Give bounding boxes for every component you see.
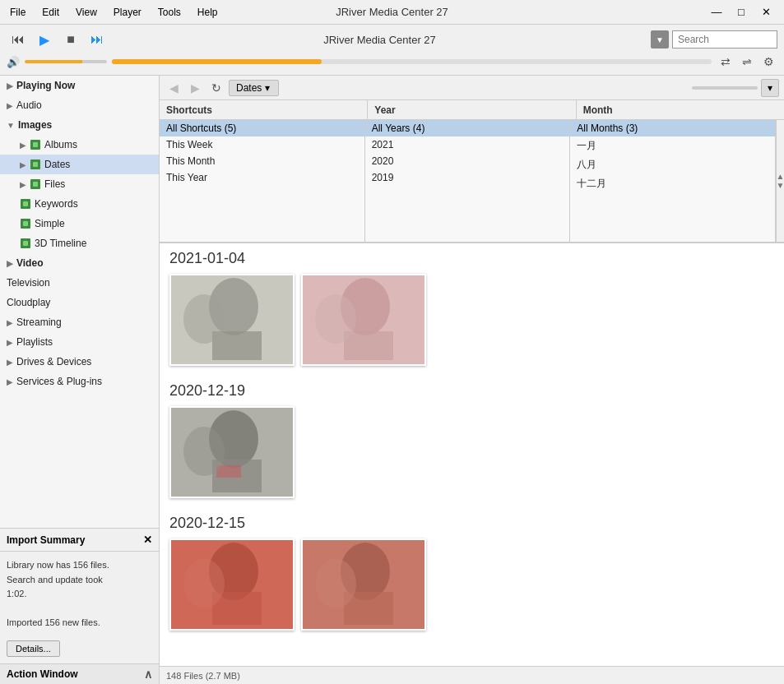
view-size-slider[interactable] (692, 86, 758, 90)
volume-slider[interactable] (25, 60, 107, 63)
thumbnail-row-1 (169, 274, 774, 366)
sidebar-item-albums[interactable]: ▶ Albums (0, 135, 159, 155)
sidebar-item-drives-devices[interactable]: ▶ Drives & Devices (0, 352, 159, 372)
svg-rect-2 (212, 331, 262, 360)
thumbnail-3-2[interactable] (301, 538, 426, 631)
thumbnail-1-2[interactable] (301, 274, 426, 366)
action-window-title: Action Window (7, 668, 78, 680)
sidebar-item-playlists[interactable]: ▶ Playlists (0, 332, 159, 352)
thumbnail-1-1[interactable] (169, 274, 295, 366)
sidebar-label-playlists: Playlists (16, 336, 53, 348)
progress-bar[interactable] (112, 59, 712, 64)
menu-help[interactable]: Help (194, 5, 221, 20)
collapse-button[interactable]: ∧ (144, 668, 152, 681)
breadcrumb-bar: ◀ ▶ ↻ Dates ▾ ▾ (160, 76, 784, 100)
play-button[interactable]: ▶ (33, 28, 56, 51)
sidebar-item-streaming[interactable]: ▶ Streaming (0, 312, 159, 332)
action-window-header: Action Window ∧ (0, 663, 159, 684)
details-button[interactable]: Details... (7, 640, 60, 657)
date-label-1: 2021-01-04 (169, 250, 774, 267)
month-dec[interactable]: 十二月 (570, 174, 775, 193)
sidebar-item-images[interactable]: ▼ Images (0, 115, 159, 135)
settings-icon[interactable]: ⚙ (759, 53, 777, 71)
sidebar-item-3d-timeline[interactable]: 3D Timeline (0, 233, 159, 253)
dates-dropdown-button[interactable]: Dates ▾ (229, 80, 279, 96)
year-2020[interactable]: 2020 (365, 153, 570, 169)
sidebar-item-dates[interactable]: ▶ Dates (0, 155, 159, 174)
arrow-video: ▶ (7, 259, 13, 268)
import-summary-close[interactable]: ✕ (143, 534, 152, 546)
sidebar-item-files[interactable]: ▶ Files (0, 174, 159, 194)
gallery-scroll[interactable]: 2021-01-04 (160, 243, 784, 666)
arrow-images: ▼ (7, 121, 15, 130)
thumb-svg-1-2 (303, 274, 424, 366)
shortcut-this-year[interactable]: This Year (160, 169, 364, 186)
sidebar-item-services-plugins[interactable]: ▶ Services & Plug-ins (0, 372, 159, 391)
forward-button[interactable]: ▶ (186, 79, 204, 97)
month-jan[interactable]: 一月 (570, 136, 775, 155)
sidebar-label-streaming: Streaming (16, 317, 62, 328)
import-line3: 1:02. (7, 587, 152, 602)
shortcut-all[interactable]: All Shortcuts (5) (160, 120, 364, 136)
year-2021[interactable]: 2021 (365, 136, 570, 153)
sidebar-label-video: Video (16, 257, 43, 269)
thumb-svg-1-1 (171, 274, 293, 366)
maximize-button[interactable]: □ (730, 4, 753, 21)
menu-edit[interactable]: Edit (39, 5, 63, 20)
next-button[interactable]: ⏭ (86, 28, 109, 51)
menu-player[interactable]: Player (110, 5, 145, 20)
shortcut-this-month[interactable]: This Month (160, 153, 364, 169)
app-title-transport: JRiver Media Center 27 (323, 34, 436, 46)
sidebar-label-services-plugins: Services & Plug-ins (16, 376, 102, 387)
close-button[interactable]: ✕ (754, 4, 777, 21)
search-input[interactable] (672, 30, 777, 49)
timeline-icon (20, 238, 31, 249)
repeat-icon[interactable]: ⇄ (717, 53, 735, 71)
month-all[interactable]: All Months (3) (570, 120, 775, 136)
year-header-label: Year (374, 104, 395, 116)
shuffle-icon[interactable]: ⇌ (738, 53, 756, 71)
thumb-svg-2-1 (171, 406, 293, 498)
thumbnail-2-1[interactable] (169, 406, 295, 498)
minimize-button[interactable]: — (705, 4, 728, 21)
thumbnail-row-3 (169, 538, 774, 631)
volume-icon: 🔊 (7, 56, 20, 68)
sidebar-item-television[interactable]: Television (0, 273, 159, 293)
month-list: All Months (3) 一月 八月 十二月 (570, 120, 776, 242)
prev-button[interactable]: ⏮ (7, 28, 30, 51)
search-type-dropdown[interactable]: ▼ (651, 30, 669, 49)
year-2019[interactable]: 2019 (365, 169, 570, 186)
month-aug[interactable]: 八月 (570, 155, 775, 174)
year-all[interactable]: All Years (4) (365, 120, 570, 136)
thumbnail-3-1[interactable] (169, 538, 295, 631)
transport-bar: ⏮ ▶ ■ ⏭ JRiver Media Center 27 ▼ 🔊 ⇄ ⇌ ⚙ (0, 25, 784, 76)
menu-file[interactable]: File (7, 5, 29, 20)
stop-button[interactable]: ■ (59, 28, 82, 51)
back-button[interactable]: ◀ (165, 79, 183, 97)
keywords-icon (20, 198, 31, 210)
shortcuts-col-header: Shortcuts (160, 100, 368, 119)
svg-point-20 (315, 559, 356, 608)
sidebar-item-playing-now[interactable]: ▶ Playing Now (0, 76, 159, 95)
year-col-header: Year (368, 100, 576, 119)
sidebar-item-audio[interactable]: ▶ Audio (0, 95, 159, 115)
svg-rect-11 (216, 465, 241, 478)
arrow-playing-now: ▶ (7, 81, 13, 90)
sidebar-item-keywords[interactable]: Keywords (0, 194, 159, 214)
top-right-icons: ⇄ ⇌ ⚙ (717, 53, 777, 71)
sidebar-label-cloudplay: Cloudplay (7, 297, 50, 308)
svg-point-12 (183, 427, 225, 476)
menu-view[interactable]: View (72, 5, 100, 20)
sidebar-label-dates: Dates (44, 159, 70, 170)
refresh-button[interactable]: ↻ (207, 79, 225, 97)
view-slider-control: ▾ (692, 79, 779, 97)
menu-tools[interactable]: Tools (155, 5, 184, 20)
sidebar-item-cloudplay[interactable]: Cloudplay (0, 293, 159, 312)
sidebar-item-video[interactable]: ▶ Video (0, 253, 159, 273)
status-bar: 148 Files (2.7 MB) (160, 666, 784, 684)
view-dropdown[interactable]: ▾ (761, 79, 779, 97)
main-area: ▶ Playing Now ▶ Audio ▼ Images ▶ Albums … (0, 76, 784, 684)
column-scroll-handle[interactable]: ▲▼ (776, 120, 784, 242)
sidebar-item-simple[interactable]: Simple (0, 214, 159, 233)
shortcut-this-week[interactable]: This Week (160, 136, 364, 153)
